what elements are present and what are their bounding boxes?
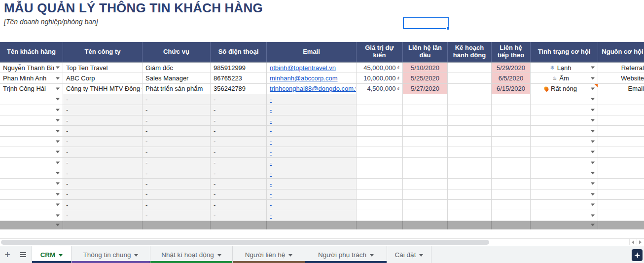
cell[interactable]: - [143, 168, 211, 179]
company-cell[interactable]: Công ty TNHH MTV Đông Đô [63, 84, 143, 94]
cell[interactable]: - [211, 105, 267, 115]
cell[interactable]: - [267, 179, 357, 189]
cell[interactable] [0, 200, 63, 210]
cell[interactable]: - [211, 115, 267, 126]
source-cell[interactable]: Referral [598, 63, 644, 73]
selected-cell-outline[interactable] [403, 17, 449, 29]
cell[interactable] [531, 105, 598, 115]
email-link[interactable]: ntbinh@toptentravel.vn [270, 64, 336, 72]
dropdown-icon[interactable] [591, 172, 595, 175]
cell[interactable] [0, 94, 63, 105]
cell[interactable]: - [267, 158, 357, 168]
cell[interactable]: - [267, 137, 357, 147]
cell[interactable] [357, 94, 403, 105]
cell[interactable] [492, 115, 531, 126]
cell[interactable] [492, 137, 531, 147]
cell[interactable] [531, 210, 598, 221]
next-contact-cell[interactable]: 6/15/2020 [492, 84, 531, 94]
cell[interactable] [0, 137, 63, 147]
dropdown-icon[interactable] [56, 193, 60, 195]
tab-người-phụ-trách[interactable]: Người phụ trách [305, 246, 387, 263]
cell[interactable] [448, 221, 492, 229]
dropdown-icon[interactable] [56, 98, 60, 101]
cell[interactable] [598, 200, 644, 210]
job-title-cell[interactable]: Giám đốc [143, 63, 211, 73]
email-link-placeholder[interactable]: - [270, 117, 272, 124]
cell[interactable] [598, 168, 644, 179]
dropdown-icon[interactable] [591, 183, 595, 185]
cell[interactable] [448, 126, 492, 136]
dropdown-icon[interactable] [591, 87, 595, 90]
cell[interactable] [403, 168, 448, 179]
cell[interactable] [403, 94, 448, 105]
cell[interactable] [598, 115, 644, 126]
cell[interactable] [403, 210, 448, 221]
cell[interactable] [492, 105, 531, 115]
cell[interactable]: - [143, 94, 211, 105]
cell[interactable] [448, 147, 492, 157]
scroll-right-button[interactable] [637, 239, 644, 245]
cell[interactable] [598, 158, 644, 168]
cell[interactable] [448, 115, 492, 126]
cell[interactable]: - [63, 189, 143, 200]
cell[interactable] [403, 221, 448, 229]
email-link-placeholder[interactable]: - [270, 170, 272, 177]
cell[interactable]: - [63, 158, 143, 168]
email-link-placeholder[interactable]: - [270, 127, 272, 135]
email-cell[interactable]: minhanh@abccorp.com [267, 73, 357, 83]
cell[interactable] [598, 210, 644, 221]
cell[interactable]: - [63, 200, 143, 210]
cell[interactable] [0, 179, 63, 189]
cell[interactable] [448, 200, 492, 210]
cell[interactable]: - [63, 105, 143, 115]
all-sheets-button[interactable] [15, 246, 32, 263]
cell[interactable] [0, 115, 63, 126]
cell[interactable]: - [63, 168, 143, 179]
status-cell[interactable]: Rất nóng [531, 84, 598, 94]
explore-button[interactable] [632, 249, 643, 261]
customer-cell[interactable]: Nguyễn Thanh Bình [0, 63, 63, 73]
cell[interactable]: - [211, 210, 267, 221]
status-cell[interactable]: ♨Ấm [531, 73, 598, 83]
cell[interactable]: - [63, 126, 143, 136]
cell[interactable]: - [267, 94, 357, 105]
cell[interactable]: - [143, 137, 211, 147]
dropdown-icon[interactable] [56, 214, 60, 217]
cell[interactable]: - [211, 200, 267, 210]
cell[interactable] [0, 126, 63, 136]
deal-value-cell[interactable]: 10,000,000₫ [357, 73, 403, 83]
email-link-placeholder[interactable]: - [270, 96, 272, 103]
dropdown-icon[interactable] [591, 67, 595, 69]
dropdown-icon[interactable] [56, 224, 60, 226]
cell[interactable]: - [143, 147, 211, 157]
dropdown-icon[interactable] [134, 254, 138, 257]
email-link[interactable]: minhanh@abccorp.com [270, 75, 337, 82]
dropdown-icon[interactable] [59, 254, 63, 257]
cell[interactable] [357, 179, 403, 189]
dropdown-icon[interactable] [56, 172, 60, 175]
cell[interactable]: - [211, 179, 267, 189]
cell[interactable] [531, 168, 598, 179]
cell[interactable] [492, 221, 531, 229]
tab-cài-đặt[interactable]: Cài đặt [387, 246, 431, 263]
cell[interactable] [403, 126, 448, 136]
dropdown-icon[interactable] [56, 77, 60, 79]
cell[interactable] [403, 147, 448, 157]
cell[interactable] [357, 168, 403, 179]
cell[interactable] [492, 179, 531, 189]
fill-handle[interactable] [446, 27, 450, 30]
horizontal-scrollbar[interactable] [0, 238, 644, 245]
email-cell[interactable]: trinhconghai88@dongdo.com.vn [267, 84, 357, 94]
dropdown-icon[interactable] [56, 204, 60, 206]
action-plan-cell[interactable] [448, 73, 492, 83]
first-contact-cell[interactable]: 5/10/2020 [403, 63, 448, 73]
dropdown-icon[interactable] [591, 98, 595, 101]
dropdown-icon[interactable] [591, 77, 595, 79]
cell[interactable] [531, 189, 598, 200]
cell[interactable] [531, 126, 598, 136]
dropdown-icon[interactable] [370, 254, 374, 257]
cell[interactable]: - [211, 168, 267, 179]
cell[interactable] [0, 147, 63, 157]
cell[interactable] [357, 137, 403, 147]
cell[interactable] [0, 189, 63, 200]
